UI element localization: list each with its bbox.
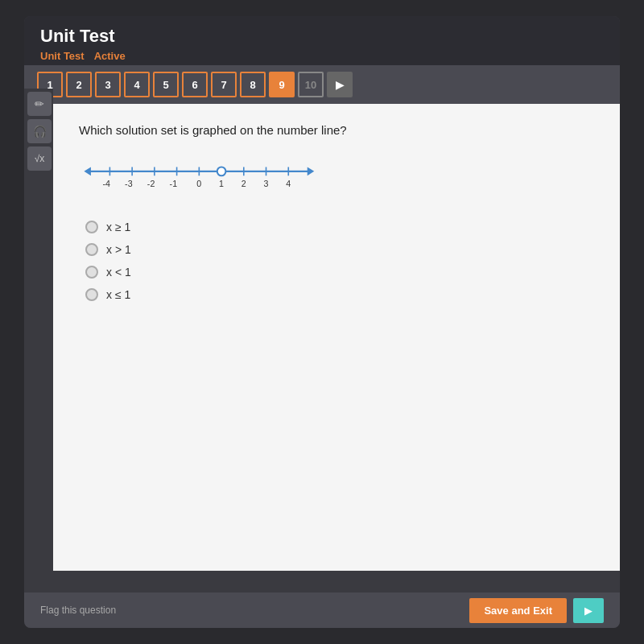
headphone-icon[interactable]: 🎧 (27, 119, 52, 143)
number-line-container: -4 -3 -2 -1 0 1 2 3 4 (79, 153, 594, 201)
svg-text:3: 3 (264, 179, 269, 188)
bottom-bar: Flag this question Save and Exit ▶ (24, 592, 620, 628)
option-label-1: x ≥ 1 (106, 221, 130, 233)
question-text: Which solution set is graphed on the num… (79, 123, 594, 137)
radio-1[interactable] (85, 221, 98, 233)
sidebar-tools: ✏ 🎧 √x (24, 89, 53, 174)
question-nav-bar: 1 2 3 4 5 6 7 8 9 10 ▶ (24, 65, 620, 104)
breadcrumb: Unit Test Active (40, 50, 604, 62)
question-btn-5[interactable]: 5 (153, 72, 179, 97)
answer-options: x ≥ 1 x > 1 x < 1 x ≤ 1 (85, 221, 594, 301)
question-btn-4[interactable]: 4 (124, 72, 150, 97)
number-line-svg: -4 -3 -2 -1 0 1 2 3 4 (79, 153, 336, 193)
option-3[interactable]: x < 1 (85, 266, 594, 279)
content-area: Which solution set is graphed on the num… (53, 104, 620, 571)
option-label-2: x > 1 (106, 243, 131, 256)
question-btn-10[interactable]: 10 (298, 72, 324, 97)
svg-text:-3: -3 (125, 179, 133, 188)
radio-2[interactable] (85, 243, 98, 256)
question-btn-9[interactable]: 9 (269, 72, 295, 97)
svg-text:4: 4 (286, 179, 291, 188)
screen: Unit Test Unit Test Active 1 2 3 4 5 6 7… (24, 16, 620, 628)
svg-text:-1: -1 (170, 179, 178, 188)
svg-text:2: 2 (242, 179, 246, 188)
next-button[interactable]: ▶ (573, 598, 604, 623)
option-label-4: x ≤ 1 (106, 288, 130, 301)
question-btn-3[interactable]: 3 (95, 72, 121, 97)
bottom-actions: Save and Exit ▶ (469, 598, 604, 623)
svg-text:-4: -4 (102, 179, 110, 188)
page-title: Unit Test (40, 26, 604, 47)
radio-3[interactable] (85, 266, 98, 279)
option-1[interactable]: x ≥ 1 (85, 221, 594, 233)
svg-text:0: 0 (196, 179, 201, 188)
flag-question-link[interactable]: Flag this question (40, 605, 116, 616)
pencil-icon[interactable]: ✏ (27, 92, 52, 116)
save-exit-button[interactable]: Save and Exit (469, 598, 567, 623)
header: Unit Test Unit Test Active (24, 16, 620, 65)
radio-4[interactable] (85, 288, 98, 301)
calculator-icon[interactable]: √x (27, 147, 52, 171)
question-btn-6[interactable]: 6 (182, 72, 208, 97)
option-label-3: x < 1 (106, 266, 131, 279)
next-question-button[interactable]: ▶ (327, 72, 353, 97)
breadcrumb-unit-test[interactable]: Unit Test (40, 50, 85, 62)
svg-point-12 (217, 167, 226, 176)
breadcrumb-status: Active (94, 50, 126, 62)
question-btn-7[interactable]: 7 (211, 72, 237, 97)
option-4[interactable]: x ≤ 1 (85, 288, 594, 301)
svg-text:-2: -2 (147, 179, 155, 188)
svg-marker-2 (308, 167, 315, 176)
question-btn-2[interactable]: 2 (66, 72, 92, 97)
svg-text:1: 1 (219, 179, 224, 188)
question-btn-8[interactable]: 8 (240, 72, 266, 97)
option-2[interactable]: x > 1 (85, 243, 594, 256)
